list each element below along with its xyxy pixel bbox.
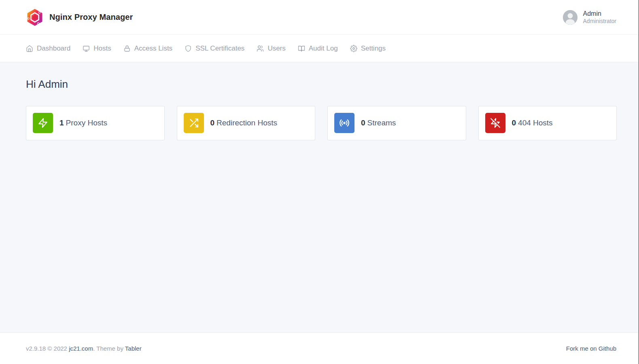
stat-card-404-hosts[interactable]: 0404 Hosts [478,106,617,140]
app-logo-icon [26,8,44,26]
brand[interactable]: Nginx Proxy Manager [26,8,133,26]
user-text: Admin Administrator [583,10,616,25]
home-icon [26,45,33,52]
gear-icon [350,45,357,52]
nav-item-label: SSL Certificates [195,44,244,53]
nav-item-label: Settings [361,44,386,53]
nav-item-label: Access Lists [134,44,172,53]
nav-item-settings[interactable]: Settings [350,44,386,53]
nav-item-hosts[interactable]: Hosts [83,44,111,53]
nav-item-label: Hosts [93,44,111,53]
stat-label: Streams [367,119,396,127]
nav-item-ssl-certificates[interactable]: SSL Certificates [185,44,244,53]
user-menu[interactable]: Admin Administrator [563,10,616,25]
user-name: Admin [583,10,616,18]
book-open-icon [298,45,305,52]
app-header: Nginx Proxy Manager Admin Administrator [0,0,639,35]
stat-text: 0404 Hosts [512,119,553,127]
nav-item-label: Audit Log [309,44,338,53]
stat-value: 0 [361,119,365,127]
shuffle-icon [184,113,204,133]
user-role: Administrator [583,18,616,25]
tabler-link[interactable]: Tabler [125,345,142,352]
lightning-off-icon [485,113,505,133]
monitor-icon [83,45,90,52]
stat-value: 0 [210,119,215,127]
stat-text: 0Redirection Hosts [210,119,278,127]
stat-label: 404 Hosts [518,119,553,127]
nav-item-access-lists[interactable]: Access Lists [123,44,172,53]
shield-icon [185,45,192,52]
users-icon [257,45,264,52]
page-title: Hi Admin [26,78,617,91]
jc21-link[interactable]: jc21.com [69,345,93,352]
stat-cards: 1Proxy Hosts 0Redirection Hosts 0Streams [26,106,617,140]
stat-value: 0 [512,119,516,127]
lock-icon [123,45,131,52]
nav-item-label: Dashboard [37,44,70,53]
footer-version: v2.9.18 © 2022 [26,345,69,352]
dashboard-content: Hi Admin 1Proxy Hosts 0Redirection Hosts [0,62,639,332]
broadcast-icon [334,113,355,133]
nav-item-label: Users [267,44,285,53]
avatar [563,10,577,25]
nav-item-audit-log[interactable]: Audit Log [298,44,338,53]
app-title: Nginx Proxy Manager [49,13,133,22]
page: Nginx Proxy Manager Admin Administrator … [0,0,639,364]
stat-card-streams[interactable]: 0Streams [327,106,466,140]
stat-value: 1 [59,119,64,127]
stat-label: Proxy Hosts [66,119,107,127]
stat-text: 1Proxy Hosts [59,119,107,127]
footer-credits: v2.9.18 © 2022 jc21.com. Theme by Tabler [26,345,142,352]
github-link[interactable]: Fork me on Github [566,345,616,352]
nav-item-users[interactable]: Users [257,44,285,53]
stat-label: Redirection Hosts [217,119,277,127]
nav-item-dashboard[interactable]: Dashboard [26,44,70,53]
footer-theme-text: . Theme by [93,345,125,352]
stat-card-redirection-hosts[interactable]: 0Redirection Hosts [177,106,316,140]
app-footer: v2.9.18 © 2022 jc21.com. Theme by Tabler… [0,332,639,364]
stat-card-proxy-hosts[interactable]: 1Proxy Hosts [26,106,165,140]
stat-text: 0Streams [361,119,396,127]
main-nav: Dashboard Hosts Access Lists SSL Certifi… [0,35,639,62]
lightning-icon [33,113,53,133]
